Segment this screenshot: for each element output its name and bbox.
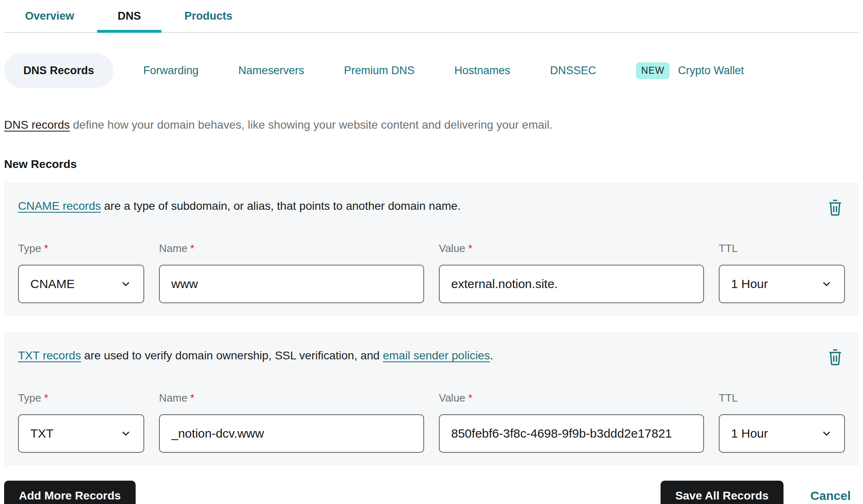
new-records-heading: New Records [4, 158, 859, 171]
domain-tab-bar: Overview DNS Products [4, 0, 859, 33]
chevron-down-icon [820, 427, 833, 440]
required-asterisk: * [468, 242, 472, 254]
records-action-bar: Add More Records Save All Records Cancel [4, 481, 859, 504]
subtab-dnssec[interactable]: DNSSEC [540, 64, 606, 77]
subtab-crypto-wallet[interactable]: NEW Crypto Wallet [626, 62, 754, 79]
trash-icon [827, 348, 843, 366]
cname-type-select[interactable]: CNAME [18, 265, 144, 303]
email-sender-policies-link[interactable]: email sender policies [383, 349, 490, 362]
cname-type-field: Type* CNAME [18, 242, 144, 303]
add-more-records-button[interactable]: Add More Records [4, 481, 136, 504]
cname-ttl-field: TTL 1 Hour [719, 242, 845, 303]
tab-dns[interactable]: DNS [97, 0, 161, 32]
dns-subtab-bar: DNS Records Forwarding Nameservers Premi… [4, 53, 859, 88]
subtab-dns-records[interactable]: DNS Records [4, 53, 114, 88]
cname-records-link[interactable]: CNAME records [18, 200, 101, 212]
tab-products[interactable]: Products [183, 0, 234, 32]
dns-intro-text: DNS records define how your domain behav… [4, 118, 859, 132]
txt-card-description: TXT records are used to verify domain ow… [18, 348, 493, 363]
cname-ttl-label: TTL [719, 242, 738, 254]
chevron-down-icon [120, 278, 132, 290]
txt-records-link[interactable]: TXT records [18, 349, 81, 362]
chevron-down-icon [820, 278, 833, 290]
txt-value-label: Value [439, 392, 466, 404]
txt-record-form: Type* TXT Name* Value* TTL [18, 392, 845, 453]
delete-txt-record-button[interactable] [827, 348, 843, 366]
cname-ttl-select[interactable]: 1 Hour [719, 265, 845, 303]
cname-value-label: Value [439, 242, 466, 254]
delete-cname-record-button[interactable] [827, 199, 843, 217]
txt-ttl-label: TTL [719, 392, 738, 404]
cname-record-form: Type* CNAME Name* Value* TTL [18, 242, 845, 303]
required-asterisk: * [190, 242, 194, 254]
tab-overview[interactable]: Overview [23, 0, 76, 32]
required-asterisk: * [468, 392, 472, 404]
txt-type-select[interactable]: TXT [18, 414, 144, 453]
txt-name-input[interactable] [171, 427, 412, 440]
txt-type-label: Type [18, 392, 41, 404]
dns-management-page: Overview DNS Products DNS Records Forwar… [0, 0, 863, 504]
cname-value-input[interactable] [451, 277, 692, 291]
subtab-nameservers[interactable]: Nameservers [229, 64, 314, 77]
cname-card-description: CNAME records are a type of subdomain, o… [18, 199, 461, 213]
chevron-down-icon [120, 427, 132, 440]
txt-ttl-field: TTL 1 Hour [719, 392, 845, 453]
subtab-forwarding[interactable]: Forwarding [134, 64, 209, 77]
trash-icon [827, 199, 843, 217]
cname-value-field: Value* [439, 242, 704, 303]
required-asterisk: * [190, 392, 194, 404]
cname-record-card: CNAME records are a type of subdomain, o… [4, 182, 859, 316]
txt-name-field: Name* [159, 392, 424, 453]
subtab-hostnames[interactable]: Hostnames [445, 64, 520, 77]
subtab-crypto-wallet-label: Crypto Wallet [678, 64, 744, 77]
txt-card-header: TXT records are used to verify domain ow… [18, 348, 845, 366]
txt-type-field: Type* TXT [18, 392, 144, 453]
txt-name-label: Name [159, 392, 187, 404]
dns-records-link[interactable]: DNS records [4, 118, 70, 131]
txt-record-card: TXT records are used to verify domain ow… [4, 332, 859, 466]
cname-name-field: Name* [159, 242, 424, 303]
required-asterisk: * [44, 242, 48, 254]
txt-ttl-select[interactable]: 1 Hour [719, 414, 845, 453]
txt-value-field: Value* [439, 392, 704, 453]
subtab-premium-dns[interactable]: Premium DNS [334, 64, 425, 77]
save-all-records-button[interactable]: Save All Records [661, 481, 784, 504]
required-asterisk: * [44, 392, 48, 404]
cancel-button[interactable]: Cancel [811, 489, 851, 503]
cname-type-label: Type [18, 242, 41, 254]
txt-value-input[interactable] [451, 427, 692, 440]
dns-intro-description: define how your domain behaves, like sho… [70, 118, 552, 131]
cname-name-label: Name [159, 242, 187, 254]
cname-card-header: CNAME records are a type of subdomain, o… [18, 199, 845, 217]
new-badge: NEW [636, 62, 670, 79]
cname-name-input[interactable] [171, 277, 412, 291]
